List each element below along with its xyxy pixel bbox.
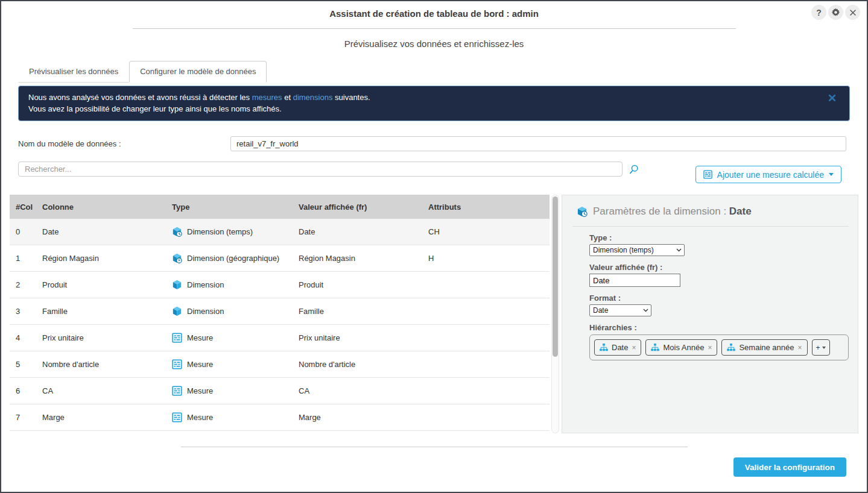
table-header-row: #Col Colonne Type Valeur affichée (fr) A… [10, 195, 550, 219]
row-index: 6 [16, 386, 42, 395]
chevron-down-icon [676, 248, 682, 252]
chevron-down-icon [829, 173, 834, 176]
banner-line-1: Nous avons analysé vos données et avons … [28, 92, 813, 103]
row-index: 1 [16, 254, 42, 263]
dimension-geo-icon [172, 253, 182, 263]
panel-divider [572, 226, 849, 227]
gear-icon [831, 8, 840, 17]
remove-chip-icon[interactable]: × [798, 344, 802, 352]
title-divider [133, 28, 736, 29]
row-column-name: Région Magasin [42, 254, 172, 263]
dialog-window: Assistant de création de tableau de bord… [0, 0, 868, 493]
settings-button[interactable] [828, 5, 843, 20]
row-display-value: Nombre d'article [299, 360, 428, 369]
footer-divider [181, 447, 688, 447]
search-icon[interactable] [628, 164, 639, 175]
columns-table: #Col Colonne Type Valeur affichée (fr) A… [10, 195, 550, 433]
row-type-label: Mesure [187, 413, 213, 422]
row-type-cell: Mesure [172, 412, 299, 422]
dimension-time-icon [172, 227, 182, 237]
banner-line-2: Vous avez la possibilité de changer leur… [28, 103, 813, 115]
dialog-title: Assistant de création de tableau de bord… [1, 1, 867, 19]
row-display-value: Famille [299, 307, 428, 316]
row-type-label: Dimension (temps) [187, 227, 253, 236]
row-index: 7 [16, 413, 42, 422]
info-banner: Nous avons analysé vos données et avons … [18, 86, 850, 121]
row-index: 0 [16, 227, 42, 236]
row-type-label: Dimension (géographique) [187, 254, 279, 263]
row-column-name: Prix unitaire [42, 333, 172, 342]
add-hierarchy-button[interactable]: + [812, 339, 830, 356]
hierarchies-label: Hiérarchies : [589, 323, 849, 332]
row-display-value: Marge [299, 413, 428, 422]
tab-configure-model[interactable]: Configurer le modèle de données [129, 61, 267, 83]
toolbar-row: Ajouter une mesure calculée [18, 162, 841, 183]
row-type-cell: Dimension [172, 306, 299, 316]
close-icon [849, 9, 857, 16]
header-col-index: #Col [16, 203, 42, 212]
row-column-name: Produit [42, 280, 172, 289]
row-type-label: Dimension [187, 307, 224, 316]
hierarchy-chip[interactable]: Semaine année × [721, 339, 807, 356]
row-display-value: Prix unitaire [299, 333, 428, 342]
footer: Valider la configuration [1, 457, 846, 477]
dimensions-link[interactable]: dimensions [293, 93, 333, 102]
dimension-time-icon [577, 206, 588, 217]
dimension-settings-panel: Paramètres de la dimension : Date Type :… [562, 195, 858, 433]
scrollbar-thumb[interactable] [553, 196, 558, 357]
hierarchy-chip[interactable]: Mois Année × [645, 339, 717, 356]
table-row[interactable]: 1 Région Magasin Dimension (géographique… [10, 245, 550, 272]
row-column-name: Date [42, 227, 172, 236]
table-row[interactable]: 5 Nombre d'article Mesure Nombre d'artic… [10, 351, 550, 378]
row-display-value: Région Magasin [299, 254, 428, 263]
measures-link[interactable]: mesures [252, 93, 282, 102]
banner-text: suivantes. [332, 93, 370, 102]
remove-chip-icon[interactable]: × [632, 344, 636, 352]
remove-chip-icon[interactable]: × [708, 344, 712, 352]
table-row[interactable]: 7 Marge Mesure Marge [10, 404, 550, 431]
model-name-input[interactable] [230, 136, 846, 151]
hierarchies-box: Date × Mois Année × Semaine année × + [589, 334, 849, 360]
close-button[interactable] [845, 5, 860, 20]
search-input[interactable] [18, 162, 622, 177]
type-select[interactable]: Dimension (temps) [589, 244, 685, 256]
help-button[interactable]: ? [811, 5, 826, 20]
header-col-type: Type [172, 203, 299, 212]
table-row[interactable]: 0 Date Dimension (temps) Date CH [10, 219, 550, 245]
row-type-cell: Mesure [172, 333, 299, 343]
add-calculated-measure-button[interactable]: Ajouter une mesure calculée [695, 166, 841, 183]
row-display-value: CA [299, 386, 428, 395]
panel-title-dimension-name: Date [729, 206, 752, 217]
validate-configuration-button[interactable]: Valider la configuration [733, 457, 846, 477]
header-col-display-value: Valeur affichée (fr) [299, 203, 428, 212]
hierarchy-chip[interactable]: Date × [594, 339, 641, 356]
window-controls: ? [811, 5, 860, 20]
table-row[interactable]: 6 CA Mesure CA [10, 378, 550, 404]
tab-preview-data[interactable]: Prévisualiser les données [18, 61, 129, 83]
model-name-label: Nom du modèle de données : [18, 139, 230, 148]
chevron-down-icon [822, 347, 826, 349]
table-row[interactable]: 4 Prix unitaire Mesure Prix unitaire [10, 325, 550, 351]
calculated-measure-icon [703, 170, 712, 179]
row-index: 5 [16, 360, 42, 369]
dimension-icon [172, 280, 182, 290]
step-subtitle: Prévisualisez vos données et enrichissez… [1, 39, 867, 49]
panel-header: Paramètres de la dimension : Date [577, 206, 849, 218]
table-scrollbar[interactable] [551, 195, 559, 433]
tab-bar: Prévisualiser les données Configurer le … [18, 61, 267, 83]
row-index: 4 [16, 333, 42, 342]
table-row[interactable]: 3 Famille Dimension Famille [10, 298, 550, 325]
hierarchy-icon [600, 344, 608, 351]
format-select[interactable]: Date [589, 304, 651, 316]
banner-text: et [282, 93, 293, 102]
chevron-down-icon [643, 309, 648, 312]
display-value-input[interactable] [589, 274, 680, 287]
dimension-icon [172, 306, 182, 316]
table-row[interactable]: 2 Produit Dimension Produit [10, 272, 550, 298]
measure-icon [172, 359, 182, 369]
hierarchy-icon [727, 344, 735, 351]
row-attributes: CH [428, 227, 550, 236]
row-index: 3 [16, 307, 42, 316]
format-label: Format : [589, 294, 849, 303]
banner-dismiss-icon[interactable] [828, 94, 836, 102]
